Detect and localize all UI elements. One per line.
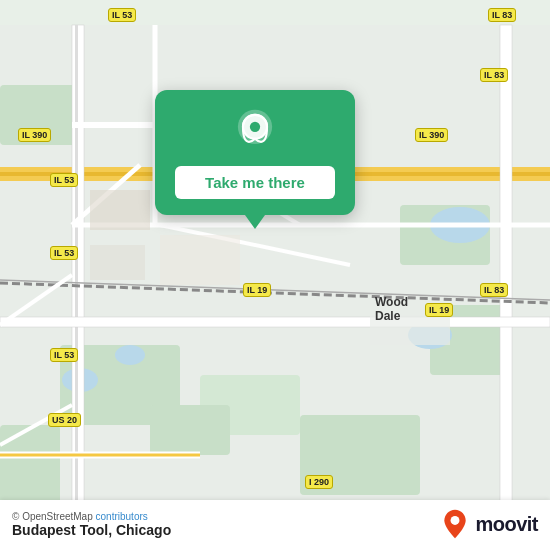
bottom-bar: © OpenStreetMap contributors Budapest To… bbox=[0, 500, 550, 550]
take-me-there-button[interactable]: Take me there bbox=[175, 166, 335, 199]
svg-rect-18 bbox=[500, 25, 512, 525]
svg-point-43 bbox=[451, 516, 460, 525]
bottom-left-info: © OpenStreetMap contributors Budapest To… bbox=[12, 511, 171, 538]
wood-dale-label: WoodDale bbox=[375, 295, 408, 323]
road-badge-il53-lower: IL 53 bbox=[50, 246, 78, 260]
svg-rect-37 bbox=[160, 235, 240, 285]
location-pin-icon bbox=[231, 108, 279, 156]
moovit-logo: moovit bbox=[441, 508, 538, 540]
road-badge-il390-right: IL 390 bbox=[415, 128, 448, 142]
svg-rect-38 bbox=[90, 245, 145, 280]
road-badge-us20: US 20 bbox=[48, 413, 81, 427]
map-background bbox=[0, 0, 550, 550]
svg-rect-17 bbox=[75, 25, 78, 525]
svg-rect-7 bbox=[150, 405, 230, 455]
road-badge-il83-mid: IL 83 bbox=[480, 68, 508, 82]
place-name: Budapest Tool, Chicago bbox=[12, 522, 171, 538]
attribution: © OpenStreetMap contributors bbox=[12, 511, 171, 522]
popup-card: Take me there bbox=[155, 90, 355, 215]
road-badge-il390-left: IL 390 bbox=[18, 128, 51, 142]
road-badge-il19: IL 19 bbox=[243, 283, 271, 297]
moovit-brand-text: moovit bbox=[475, 513, 538, 536]
svg-rect-9 bbox=[0, 425, 60, 505]
road-badge-il19-right: IL 19 bbox=[425, 303, 453, 317]
road-badge-il53-mid: IL 53 bbox=[50, 173, 78, 187]
svg-rect-36 bbox=[90, 190, 150, 230]
moovit-pin-icon bbox=[441, 508, 469, 540]
map-container: IL 53 IL 83 IL 83 IL 390 IL 390 IL 53 IL… bbox=[0, 0, 550, 550]
road-badge-i290: I 290 bbox=[305, 475, 333, 489]
svg-point-41 bbox=[250, 122, 260, 132]
road-badge-il53-bottom: IL 53 bbox=[50, 348, 78, 362]
road-badge-il83-lower: IL 83 bbox=[480, 283, 508, 297]
road-badge-il53-top: IL 53 bbox=[108, 8, 136, 22]
svg-point-13 bbox=[115, 345, 145, 365]
road-badge-il83-top: IL 83 bbox=[488, 8, 516, 22]
contributors-link[interactable]: contributors bbox=[96, 511, 148, 522]
svg-rect-19 bbox=[0, 317, 550, 327]
